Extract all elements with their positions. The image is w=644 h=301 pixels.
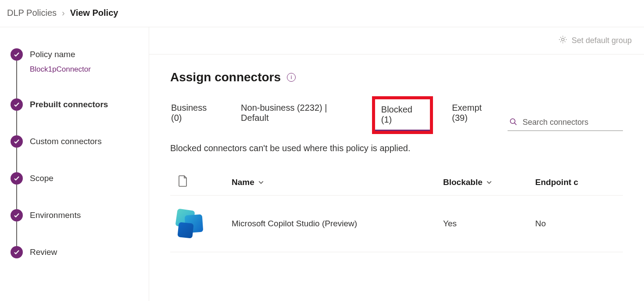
step-connector	[16, 185, 17, 211]
step-connector	[16, 61, 17, 100]
column-header-blockable-label: Blockable	[443, 178, 483, 187]
wizard-step[interactable]: Environments	[11, 209, 138, 246]
column-header-endpoint-label: Endpoint c	[535, 178, 578, 187]
cell-endpoint: No	[535, 219, 623, 228]
main-panel: Set default group Assign connectors i Bu…	[149, 27, 644, 301]
connectors-table: Name Blockable Endpoint c Microsoft Copi…	[170, 169, 623, 252]
breadcrumb-separator: ›	[62, 8, 65, 18]
column-header-blockable[interactable]: Blockable	[443, 178, 535, 187]
step-label: Environments	[30, 209, 138, 221]
set-default-group-button[interactable]: Set default group	[558, 35, 632, 46]
step-connector	[16, 148, 17, 174]
step-label: Custom connectors	[30, 135, 138, 148]
breadcrumb-root[interactable]: DLP Policies	[7, 8, 57, 18]
search-input[interactable]	[522, 118, 621, 127]
breadcrumb: DLP Policies › View Policy	[0, 0, 644, 27]
connector-tabs: Business (0)Non-business (2232) | Defaul…	[170, 99, 499, 131]
chevron-down-icon	[486, 179, 492, 185]
wizard-step[interactable]: Prebuilt connectors	[11, 98, 138, 135]
search-wrap[interactable]	[508, 116, 623, 131]
info-icon-glyph: i	[291, 74, 292, 80]
step-complete-icon	[11, 98, 23, 111]
step-connector	[16, 221, 17, 248]
tab-description: Blocked connectors can't be used where t…	[170, 143, 623, 153]
step-label: Review	[30, 246, 138, 258]
tab[interactable]: Non-business (2232) | Default	[240, 99, 354, 131]
toolbar: Set default group	[149, 27, 644, 54]
gear-icon	[558, 35, 567, 46]
page-title: Assign connectors	[170, 70, 281, 84]
connector-icon	[170, 208, 232, 239]
step-connector	[16, 111, 17, 137]
step-complete-icon	[11, 172, 23, 185]
svg-line-2	[515, 123, 516, 125]
step-complete-icon	[11, 135, 23, 148]
tab-label: Blocked (1)	[381, 105, 412, 124]
wizard-step[interactable]: Policy nameBlock1pConnector	[11, 48, 138, 98]
wizard-steps-sidebar: Policy nameBlock1pConnectorPrebuilt conn…	[0, 27, 149, 301]
wizard-step[interactable]: Scope	[11, 172, 138, 209]
tab[interactable]: Exempt (39)	[451, 99, 499, 131]
step-complete-icon	[11, 48, 23, 61]
step-complete-icon	[11, 246, 23, 258]
tab-label: Business (0)	[171, 103, 207, 123]
document-icon	[178, 175, 188, 187]
tab[interactable]: Business (0)	[170, 99, 219, 131]
cell-name: Microsoft Copilot Studio (Preview)	[232, 219, 443, 228]
tab-label: Non-business (2232) | Default	[241, 103, 327, 123]
cell-blockable: Yes	[443, 219, 535, 228]
table-header-icon-col	[170, 175, 232, 189]
svg-point-0	[562, 38, 564, 41]
wizard-step[interactable]: Review	[11, 246, 138, 258]
chevron-down-icon	[258, 179, 264, 185]
tab-label: Exempt (39)	[452, 103, 482, 123]
content-area: Assign connectors i Business (0)Non-busi…	[149, 54, 644, 301]
step-complete-icon	[11, 209, 23, 221]
wizard-step[interactable]: Custom connectors	[11, 135, 138, 172]
table-row[interactable]: Microsoft Copilot Studio (Preview)YesNo	[170, 196, 623, 252]
search-icon	[509, 118, 517, 127]
breadcrumb-current: View Policy	[70, 8, 118, 18]
table-header-row: Name Blockable Endpoint c	[170, 169, 623, 196]
column-header-endpoint[interactable]: Endpoint c	[535, 178, 623, 187]
column-header-name[interactable]: Name	[232, 178, 443, 187]
set-default-group-label: Set default group	[572, 36, 632, 45]
step-sublabel: Block1pConnector	[30, 65, 138, 74]
step-label: Scope	[30, 172, 138, 185]
wizard-steps-list: Policy nameBlock1pConnectorPrebuilt conn…	[11, 48, 138, 258]
tab[interactable]: Blocked (1)	[375, 99, 430, 131]
step-label: Policy name	[30, 48, 138, 61]
step-label: Prebuilt connectors	[30, 98, 138, 111]
table-body: Microsoft Copilot Studio (Preview)YesNo	[170, 196, 623, 252]
column-header-name-label: Name	[232, 178, 254, 187]
tabs-row: Business (0)Non-business (2232) | Defaul…	[170, 99, 623, 131]
info-icon[interactable]: i	[287, 73, 296, 82]
svg-point-1	[511, 119, 515, 123]
